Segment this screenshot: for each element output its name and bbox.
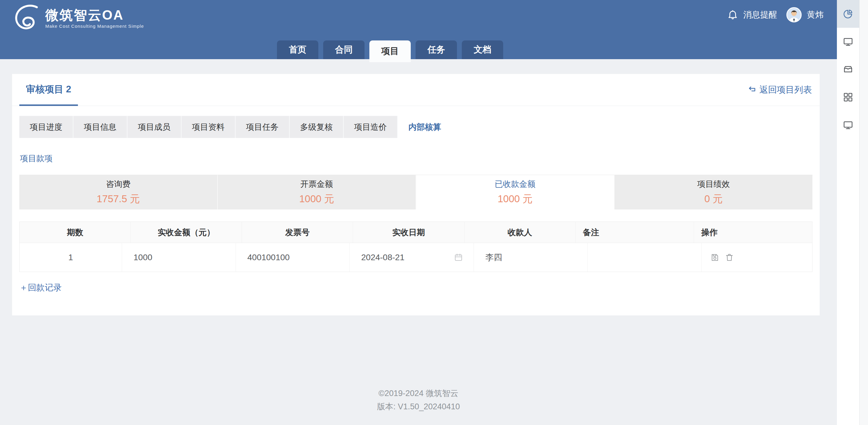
grid-icon	[843, 92, 854, 103]
stat-value: 1757.5 元	[97, 192, 140, 206]
tab-project-members[interactable]: 项目成员	[127, 116, 182, 138]
table-row: 1 1000 400100100 2024-08-21 李四	[20, 243, 812, 272]
cell-date[interactable]: 2024-08-21	[350, 243, 474, 272]
stat-label: 项目绩效	[698, 179, 730, 190]
delete-icon[interactable]	[724, 253, 734, 262]
tab-project-progress[interactable]: 项目进度	[19, 116, 73, 138]
notifications-label[interactable]: 消息提醒	[743, 9, 777, 21]
nav-tab-task[interactable]: 任务	[415, 40, 457, 59]
right-sidebar	[837, 0, 859, 425]
stat-value: 1000 元	[498, 192, 533, 206]
tab-project-cost[interactable]: 项目造价	[344, 116, 398, 138]
sidebar-item-inbox[interactable]	[837, 56, 859, 83]
nav-tab-document[interactable]: 文档	[462, 40, 503, 59]
brand-logo: 微筑智云OA Make Cost Consulting Management S…	[13, 4, 144, 32]
nav-tab-home[interactable]: 首页	[277, 40, 318, 59]
nav-tab-project[interactable]: 项目	[369, 40, 411, 62]
page-title: 审核项目 2	[19, 74, 78, 106]
scrollbar-track[interactable]	[859, 0, 868, 425]
logo-swirl-icon	[13, 4, 43, 32]
sidebar-item-display[interactable]	[837, 111, 859, 139]
tab-multilevel-review[interactable]: 多级复核	[290, 116, 344, 138]
cell-payee: 李四	[474, 243, 588, 272]
tab-internal-accounting[interactable]: 内部核算	[398, 116, 452, 138]
cell-amount: 1000	[122, 243, 236, 272]
stat-value: 0 元	[704, 192, 723, 206]
stat-label: 咨询费	[106, 179, 130, 190]
add-record-label: 回款记录	[28, 282, 62, 293]
stat-card-consulting-fee[interactable]: 咨询费 1757.5 元	[19, 175, 218, 209]
col-header-invoice-no: 发票号	[242, 222, 353, 243]
pie-chart-icon	[843, 8, 854, 19]
stat-cards: 咨询费 1757.5 元 开票金额 1000 元 已收款金额 1000 元 项目…	[19, 175, 812, 209]
footer-version: 版本: V1.50_20240410	[0, 400, 837, 413]
section-title-project-funds: 项目款项	[20, 153, 820, 164]
cell-actions	[702, 243, 812, 272]
date-value: 2024-08-21	[361, 253, 404, 262]
col-header-date: 实收日期	[353, 222, 464, 243]
sidebar-item-dashboard[interactable]	[837, 0, 859, 28]
stat-value: 1000 元	[299, 192, 334, 206]
project-tabs: 项目进度 项目信息 项目成员 项目资料 项目任务 多级复核 项目造价 内部核算	[19, 116, 452, 138]
app-header: 微筑智云OA Make Cost Consulting Management S…	[0, 0, 837, 59]
project-detail-panel: 审核项目 2 返回项目列表 项目进度 项目信息 项目成员 项目资料 项目任务 多…	[12, 74, 820, 316]
add-payment-record-button[interactable]: ＋ 回款记录	[19, 282, 62, 293]
stat-card-project-performance[interactable]: 项目绩效 0 元	[615, 175, 812, 209]
table-header-row: 期数 实收金额（元） 发票号 实收日期 收款人 备注 操作	[20, 222, 812, 243]
cell-period: 1	[20, 243, 122, 272]
primary-nav: 首页 合同 项目 任务 文档	[277, 40, 508, 62]
return-arrow-icon	[748, 85, 757, 95]
save-icon[interactable]	[710, 253, 720, 262]
inbox-icon	[843, 64, 854, 75]
stat-card-invoiced-amount[interactable]: 开票金额 1000 元	[218, 175, 416, 209]
back-link-label: 返回项目列表	[759, 84, 812, 96]
footer-copyright: ©2019-2024 微筑智云	[0, 387, 837, 400]
nav-tab-contract[interactable]: 合同	[323, 40, 365, 59]
monitor-icon	[843, 120, 854, 130]
col-header-payee: 收款人	[465, 222, 576, 243]
tab-project-info[interactable]: 项目信息	[73, 116, 127, 138]
monitor-icon	[843, 36, 854, 47]
tab-project-tasks[interactable]: 项目任务	[236, 116, 290, 138]
page-footer: ©2019-2024 微筑智云 版本: V1.50_20240410	[0, 387, 837, 413]
username[interactable]: 黄炜	[807, 9, 824, 21]
payment-records-table: 期数 实收金额（元） 发票号 实收日期 收款人 备注 操作 1 1000 400…	[19, 222, 812, 272]
back-to-project-list-link[interactable]: 返回项目列表	[748, 74, 812, 106]
sidebar-item-workbench[interactable]	[837, 28, 859, 56]
notification-bell-icon[interactable]	[727, 9, 738, 21]
col-header-period: 期数	[20, 222, 131, 243]
brand-tagline: Make Cost Consulting Management Simple	[45, 24, 144, 29]
panel-title-row: 审核项目 2 返回项目列表	[12, 74, 820, 106]
col-header-actions: 操作	[694, 222, 812, 243]
avatar[interactable]	[786, 7, 802, 23]
plus-icon: ＋	[19, 282, 28, 293]
cell-remark	[588, 243, 702, 272]
stat-card-received-amount[interactable]: 已收款金额 1000 元	[416, 175, 615, 209]
calendar-icon[interactable]	[454, 253, 463, 262]
stat-label: 已收款金额	[495, 179, 535, 190]
sidebar-item-apps[interactable]	[837, 83, 859, 111]
col-header-amount: 实收金额（元）	[131, 222, 242, 243]
stat-label: 开票金额	[301, 179, 333, 190]
cell-invoice-no: 400100100	[236, 243, 350, 272]
brand-name: 微筑智云OA	[45, 7, 144, 23]
tab-project-files[interactable]: 项目资料	[182, 116, 236, 138]
col-header-remark: 备注	[576, 222, 694, 243]
